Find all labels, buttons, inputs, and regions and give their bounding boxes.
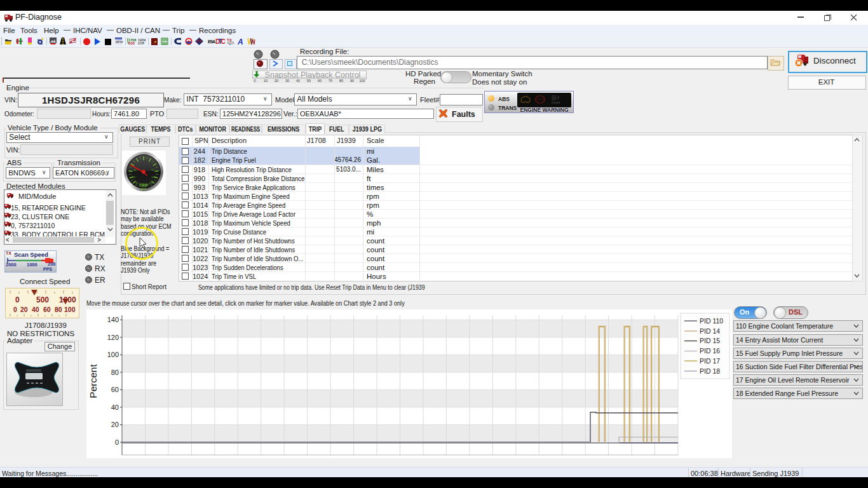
svg-text:90: 90 — [350, 79, 354, 83]
svg-text:500: 500 — [36, 295, 49, 304]
svg-text:80: 80 — [111, 369, 119, 376]
svg-text:RPM: RPM — [141, 188, 146, 191]
svg-text:10: 10 — [135, 181, 139, 184]
svg-text:20: 20 — [20, 306, 28, 313]
svg-text:100: 100 — [64, 306, 76, 313]
svg-text:30: 30 — [133, 168, 137, 172]
svg-text:120: 120 — [107, 334, 119, 341]
svg-text:60: 60 — [111, 386, 119, 393]
svg-text:110: 110 — [149, 181, 153, 184]
svg-text:0: 0 — [15, 295, 20, 304]
svg-text:50: 50 — [307, 79, 311, 83]
svg-text:40: 40 — [111, 403, 119, 411]
svg-text:PID 110: PID 110 — [700, 317, 723, 325]
svg-text:80: 80 — [55, 306, 62, 313]
svg-text:C: C — [221, 38, 226, 45]
svg-text:TX: TX — [227, 38, 232, 42]
svg-text:0: 0 — [115, 438, 119, 446]
svg-text:100: 100 — [107, 351, 119, 358]
svg-text:40: 40 — [296, 79, 300, 83]
svg-text:DPF: DPF — [162, 39, 168, 42]
svg-text:90: 90 — [151, 168, 154, 172]
svg-text:RPM: RPM — [116, 40, 123, 44]
svg-text:ESA: ESA — [208, 39, 215, 44]
svg-text:0: 0 — [254, 79, 256, 83]
svg-text:60: 60 — [318, 79, 322, 83]
svg-text:1000: 1000 — [59, 295, 76, 304]
svg-text:S33: S33 — [128, 41, 135, 45]
svg-text:PID 17: PID 17 — [700, 357, 720, 365]
svg-text:70: 70 — [329, 79, 332, 83]
svg-text:ENGINE: ENGINE — [552, 102, 560, 104]
svg-text:10: 10 — [264, 79, 268, 83]
svg-text:0: 0 — [13, 306, 17, 313]
svg-text:PID 16: PID 16 — [700, 347, 720, 355]
svg-text:PID 14: PID 14 — [700, 327, 720, 335]
svg-text:TRIP: TRIP — [139, 183, 149, 187]
svg-text:30: 30 — [285, 79, 289, 83]
svg-text:140: 140 — [107, 316, 119, 323]
svg-text:80: 80 — [339, 79, 343, 83]
svg-text:100: 100 — [360, 79, 365, 83]
svg-text:PID 15: PID 15 — [700, 337, 720, 344]
svg-text:20: 20 — [132, 175, 135, 179]
svg-text:A: A — [237, 37, 243, 46]
svg-text:Percent: Percent — [88, 364, 98, 398]
svg-text:20: 20 — [275, 79, 278, 83]
svg-text:60: 60 — [43, 306, 51, 313]
svg-text:STOP: STOP — [537, 98, 544, 101]
svg-text:100: 100 — [151, 175, 156, 179]
svg-text:20: 20 — [111, 421, 119, 428]
svg-text:CCM: CCM — [138, 41, 145, 46]
svg-text:40: 40 — [32, 306, 39, 313]
svg-text:PID 18: PID 18 — [700, 367, 720, 375]
